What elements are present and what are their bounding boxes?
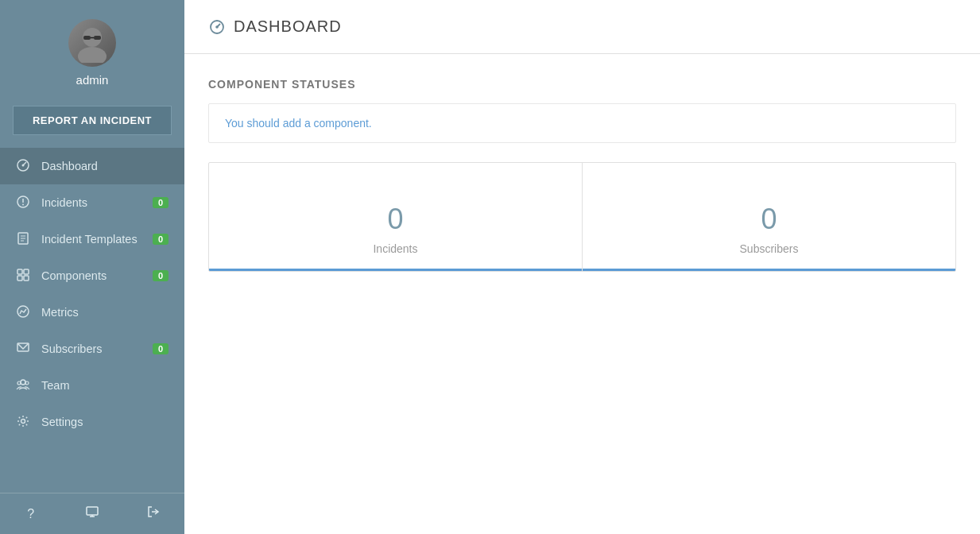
incidents-badge: 0 — [153, 197, 168, 208]
component-notice-box: You should add a component. — [208, 103, 956, 143]
sidebar-item-settings[interactable]: Settings — [0, 404, 184, 440]
sidebar-item-components[interactable]: Components 0 — [0, 257, 184, 294]
sidebar: admin REPORT AN INCIDENT Dashboard — [0, 0, 184, 534]
dashboard-header-icon — [208, 18, 226, 36]
help-button[interactable]: ? — [0, 493, 61, 534]
svg-rect-16 — [17, 276, 22, 281]
sidebar-item-incidents-label: Incidents — [41, 196, 153, 209]
svg-rect-14 — [17, 269, 22, 274]
sidebar-item-subscribers-label: Subscribers — [41, 342, 153, 355]
page-title: DASHBOARD — [234, 17, 342, 36]
page-header: DASHBOARD — [184, 0, 980, 54]
sidebar-item-settings-label: Settings — [41, 416, 168, 428]
username-label: admin — [76, 73, 109, 87]
display-button[interactable] — [61, 493, 122, 534]
svg-point-23 — [21, 420, 25, 424]
subscribers-label: Subscribers — [740, 242, 799, 255]
sidebar-item-team[interactable]: Team — [0, 367, 184, 404]
component-notice-text: You should add a component. — [225, 117, 372, 130]
sidebar-item-metrics-label: Metrics — [41, 306, 168, 319]
avatar-image — [68, 19, 116, 67]
main-content-area: DASHBOARD COMPONENT STATUSES You should … — [184, 0, 980, 534]
svg-point-29 — [215, 25, 219, 29]
incidents-count: 0 — [387, 203, 403, 236]
svg-point-22 — [25, 381, 29, 385]
sidebar-item-dashboard[interactable]: Dashboard — [0, 148, 184, 184]
subscribers-count: 0 — [761, 203, 777, 236]
dashboard-content: COMPONENT STATUSES You should add a comp… — [184, 54, 980, 296]
sidebar-bottom-bar: ? — [0, 493, 184, 534]
stats-grid: 0 Incidents 0 Subscribers — [208, 162, 956, 272]
svg-point-1 — [78, 47, 107, 63]
logout-icon — [146, 505, 161, 523]
report-incident-button[interactable]: REPORT AN INCIDENT — [13, 106, 172, 135]
team-icon — [16, 377, 32, 393]
sidebar-item-subscribers[interactable]: Subscribers 0 — [0, 331, 184, 367]
sidebar-item-components-label: Components — [41, 269, 153, 282]
components-icon — [16, 268, 32, 284]
svg-point-9 — [22, 204, 24, 206]
svg-rect-2 — [83, 36, 91, 40]
sidebar-item-incidents[interactable]: Incidents 0 — [0, 184, 184, 221]
svg-point-20 — [21, 380, 25, 385]
dashboard-icon — [16, 158, 32, 174]
svg-rect-24 — [87, 507, 98, 515]
subscribers-icon — [16, 341, 32, 357]
sidebar-item-incident-templates[interactable]: Incident Templates 0 — [0, 221, 184, 257]
sidebar-nav: Dashboard Incidents 0 — [0, 148, 184, 493]
help-icon: ? — [27, 507, 34, 521]
components-badge: 0 — [153, 270, 168, 281]
incidents-label: Incidents — [373, 242, 417, 255]
svg-rect-3 — [94, 36, 101, 40]
settings-icon — [16, 414, 32, 430]
svg-rect-17 — [24, 276, 29, 281]
incidents-icon — [16, 195, 32, 211]
sidebar-item-metrics[interactable]: Metrics — [0, 294, 184, 331]
svg-rect-15 — [24, 269, 29, 274]
display-icon — [85, 505, 99, 523]
subscribers-stat-card: 0 Subscribers — [583, 163, 955, 271]
svg-point-6 — [22, 164, 25, 167]
incidents-stat-card: 0 Incidents — [209, 163, 583, 271]
templates-badge: 0 — [153, 234, 168, 245]
metrics-icon — [16, 304, 32, 320]
avatar — [68, 19, 116, 67]
profile-section: admin — [0, 0, 184, 99]
subscribers-badge: 0 — [153, 343, 168, 354]
logout-button[interactable] — [123, 493, 184, 534]
sidebar-item-dashboard-label: Dashboard — [41, 160, 168, 172]
sidebar-item-team-label: Team — [41, 379, 168, 392]
templates-icon — [16, 231, 32, 247]
sidebar-item-templates-label: Incident Templates — [41, 233, 153, 246]
component-statuses-title: COMPONENT STATUSES — [208, 78, 956, 91]
